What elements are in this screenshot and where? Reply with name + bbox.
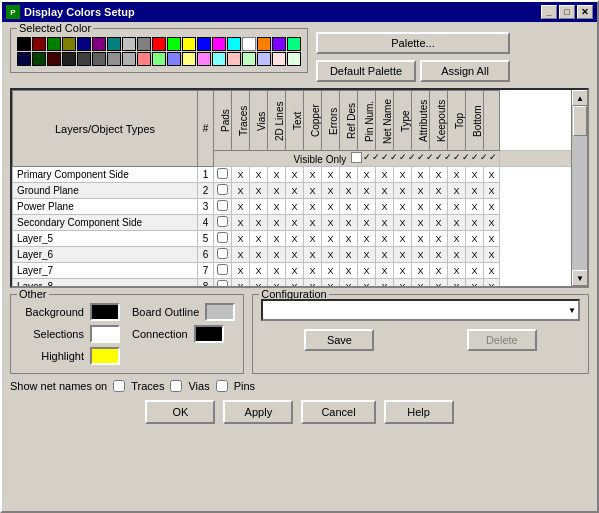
color-cell[interactable] bbox=[122, 52, 136, 66]
background-color-box[interactable] bbox=[90, 303, 120, 321]
layer-visible-check[interactable] bbox=[214, 215, 232, 231]
layer-col-cell[interactable]: X bbox=[286, 247, 304, 263]
color-cell[interactable] bbox=[242, 37, 256, 51]
close-button[interactable]: ✕ bbox=[577, 5, 593, 19]
layer-col-cell[interactable]: X bbox=[286, 231, 304, 247]
minimize-button[interactable]: _ bbox=[541, 5, 557, 19]
layer-col-cell[interactable]: X bbox=[484, 247, 500, 263]
layer-col-cell[interactable]: X bbox=[340, 167, 358, 183]
layer-col-cell[interactable]: X bbox=[322, 263, 340, 279]
board-outline-color-box[interactable] bbox=[205, 303, 235, 321]
connection-color-box[interactable] bbox=[194, 325, 224, 343]
layer-col-cell[interactable]: X bbox=[286, 279, 304, 289]
color-cell[interactable] bbox=[197, 37, 211, 51]
color-cell[interactable] bbox=[197, 52, 211, 66]
layer-col-cell[interactable]: X bbox=[340, 215, 358, 231]
layer-col-cell[interactable]: X bbox=[268, 215, 286, 231]
color-cell[interactable] bbox=[167, 52, 181, 66]
color-cell[interactable] bbox=[257, 37, 271, 51]
help-button[interactable]: Help bbox=[384, 400, 454, 424]
color-cell[interactable] bbox=[47, 52, 61, 66]
layer-col-cell[interactable]: X bbox=[268, 279, 286, 289]
layer-col-cell[interactable]: X bbox=[376, 183, 394, 199]
layer-col-cell[interactable]: X bbox=[448, 199, 466, 215]
layer-col-cell[interactable]: X bbox=[448, 215, 466, 231]
scroll-down-arrow[interactable]: ▼ bbox=[572, 270, 588, 286]
layer-col-cell[interactable]: X bbox=[268, 231, 286, 247]
layer-col-cell[interactable]: X bbox=[376, 263, 394, 279]
layer-col-cell[interactable]: X bbox=[448, 279, 466, 289]
layer-col-cell[interactable]: X bbox=[394, 199, 412, 215]
layer-col-cell[interactable]: X bbox=[268, 247, 286, 263]
vertical-scrollbar[interactable]: ▲ ▼ bbox=[571, 90, 587, 286]
layer-col-cell[interactable]: X bbox=[304, 231, 322, 247]
color-cell[interactable] bbox=[17, 37, 31, 51]
layer-col-cell[interactable]: X bbox=[412, 215, 430, 231]
assign-all-button[interactable]: Assign All bbox=[420, 60, 510, 82]
layer-name-cell[interactable]: Layer_5 bbox=[13, 231, 198, 247]
layer-col-cell[interactable]: X bbox=[466, 247, 484, 263]
color-cell[interactable] bbox=[32, 37, 46, 51]
layer-col-cell[interactable]: X bbox=[430, 231, 448, 247]
layer-col-cell[interactable]: X bbox=[322, 183, 340, 199]
layer-col-cell[interactable]: X bbox=[304, 183, 322, 199]
color-cell[interactable] bbox=[62, 37, 76, 51]
scroll-track[interactable] bbox=[572, 106, 587, 270]
layer-col-cell[interactable]: X bbox=[394, 263, 412, 279]
color-cell[interactable] bbox=[212, 37, 226, 51]
layer-visible-check[interactable] bbox=[214, 279, 232, 289]
layer-col-cell[interactable]: X bbox=[304, 199, 322, 215]
delete-button[interactable]: Delete bbox=[467, 329, 537, 351]
layer-col-cell[interactable]: X bbox=[232, 263, 250, 279]
color-cell[interactable] bbox=[272, 37, 286, 51]
color-cell[interactable] bbox=[182, 37, 196, 51]
layer-col-cell[interactable]: X bbox=[430, 167, 448, 183]
layer-col-cell[interactable]: X bbox=[376, 215, 394, 231]
save-button[interactable]: Save bbox=[304, 329, 374, 351]
layer-col-cell[interactable]: X bbox=[484, 183, 500, 199]
layer-col-cell[interactable]: X bbox=[466, 231, 484, 247]
layer-col-cell[interactable]: X bbox=[232, 247, 250, 263]
layer-col-cell[interactable]: X bbox=[412, 183, 430, 199]
layer-col-cell[interactable]: X bbox=[340, 231, 358, 247]
layer-col-cell[interactable]: X bbox=[340, 183, 358, 199]
layer-visible-check[interactable] bbox=[214, 231, 232, 247]
layer-col-cell[interactable]: X bbox=[412, 167, 430, 183]
layer-col-cell[interactable]: X bbox=[250, 263, 268, 279]
color-cell[interactable] bbox=[17, 52, 31, 66]
layer-col-cell[interactable]: X bbox=[286, 263, 304, 279]
layer-col-cell[interactable]: X bbox=[484, 279, 500, 289]
color-cell[interactable] bbox=[182, 52, 196, 66]
color-cell[interactable] bbox=[272, 52, 286, 66]
layer-visible-check[interactable] bbox=[214, 199, 232, 215]
layer-col-cell[interactable]: X bbox=[394, 279, 412, 289]
color-cell[interactable] bbox=[227, 52, 241, 66]
layer-col-cell[interactable]: X bbox=[358, 231, 376, 247]
layer-col-cell[interactable]: X bbox=[340, 247, 358, 263]
layer-col-cell[interactable]: X bbox=[448, 167, 466, 183]
layer-col-cell[interactable]: X bbox=[268, 183, 286, 199]
layer-visible-check[interactable] bbox=[214, 247, 232, 263]
color-cell[interactable] bbox=[242, 52, 256, 66]
layer-name-cell[interactable]: Layer_8 bbox=[13, 279, 198, 289]
layer-col-cell[interactable]: X bbox=[412, 231, 430, 247]
layer-col-cell[interactable]: X bbox=[322, 231, 340, 247]
layer-col-cell[interactable]: X bbox=[286, 167, 304, 183]
layer-col-cell[interactable]: X bbox=[232, 183, 250, 199]
layer-col-cell[interactable]: X bbox=[448, 183, 466, 199]
layer-col-cell[interactable]: X bbox=[322, 247, 340, 263]
layer-col-cell[interactable]: X bbox=[340, 279, 358, 289]
layer-col-cell[interactable]: X bbox=[484, 215, 500, 231]
scroll-up-arrow[interactable]: ▲ bbox=[572, 90, 588, 106]
layer-col-cell[interactable]: X bbox=[484, 231, 500, 247]
config-select[interactable] bbox=[261, 299, 580, 321]
layer-col-cell[interactable]: X bbox=[394, 231, 412, 247]
vias-checkbox[interactable] bbox=[170, 380, 182, 392]
layer-col-cell[interactable]: X bbox=[466, 183, 484, 199]
layer-col-cell[interactable]: X bbox=[412, 247, 430, 263]
color-cell[interactable] bbox=[167, 37, 181, 51]
layer-col-cell[interactable]: X bbox=[376, 247, 394, 263]
color-cell[interactable] bbox=[62, 52, 76, 66]
highlight-color-box[interactable] bbox=[90, 347, 120, 365]
color-cell[interactable] bbox=[32, 52, 46, 66]
